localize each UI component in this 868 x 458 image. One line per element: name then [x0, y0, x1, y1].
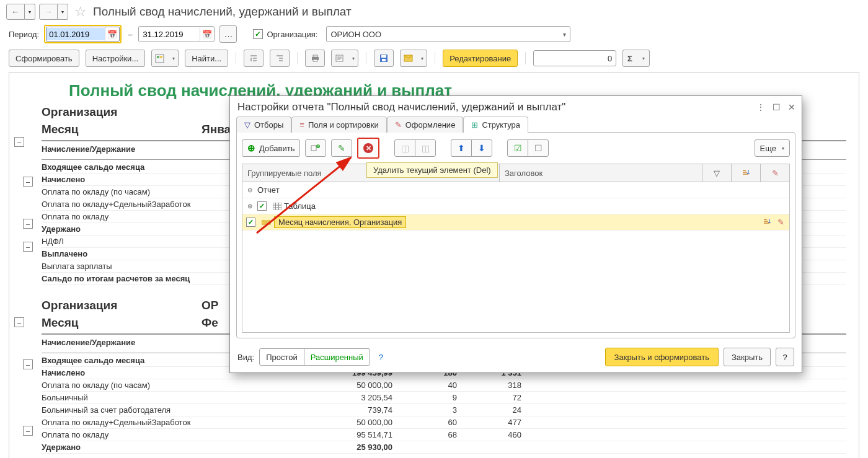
- collapse-all-button[interactable]: [270, 50, 290, 67]
- svg-rect-9: [382, 59, 386, 61]
- svg-rect-1: [157, 56, 159, 58]
- tree-toggle[interactable]: –: [23, 426, 33, 436]
- tree-toggle[interactable]: –: [23, 359, 33, 369]
- grid-row-report[interactable]: ⊖Отчет: [242, 182, 789, 198]
- add-button[interactable]: ⊕Добавить: [242, 139, 300, 157]
- report-row: Оплата по окладу95 514,7168460: [42, 429, 846, 441]
- settings-button[interactable]: Настройки...: [86, 50, 146, 67]
- nav-back[interactable]: ←: [6, 4, 25, 20]
- view-simple[interactable]: Простой: [260, 349, 304, 365]
- add-group-button[interactable]: +: [305, 139, 326, 157]
- org-label: Организация:: [267, 30, 317, 39]
- svg-rect-0: [156, 55, 164, 63]
- uncheck-all-button[interactable]: ☐: [528, 139, 549, 157]
- nav-forward-dropdown[interactable]: ▾: [58, 4, 68, 20]
- period-select-button[interactable]: …: [219, 25, 237, 43]
- svg-rect-5: [313, 59, 317, 61]
- form-button[interactable]: Сформировать: [9, 50, 79, 67]
- svg-rect-2: [160, 56, 162, 58]
- delete-tooltip: Удалить текущий элемент (Del): [366, 162, 498, 178]
- month-header2: Месяц: [42, 316, 202, 330]
- sort-icon[interactable]: [732, 164, 761, 182]
- close-button[interactable]: Закрыть: [724, 348, 771, 366]
- filter-icon[interactable]: ▽: [702, 164, 732, 182]
- group-button[interactable]: ◫: [394, 139, 415, 157]
- edit-button[interactable]: Редактирование: [443, 50, 518, 67]
- tab-structure[interactable]: ⊞Структура: [463, 117, 528, 133]
- more-button[interactable]: Еще▾: [755, 139, 790, 157]
- modal-title: Настройки отчета "Полный свод начислений…: [237, 101, 565, 113]
- calendar-icon[interactable]: 📅: [105, 27, 119, 41]
- ungroup-button[interactable]: ◫: [415, 139, 436, 157]
- row-group-icon: [262, 219, 272, 226]
- save-button[interactable]: [374, 50, 394, 67]
- org-select[interactable]: ОРИОН ООО ▾: [326, 26, 570, 42]
- design-icon[interactable]: ✎: [777, 218, 784, 227]
- help-link[interactable]: ?: [379, 353, 383, 362]
- nav-back-dropdown[interactable]: ▾: [25, 4, 35, 20]
- tree-toggle[interactable]: –: [14, 317, 24, 327]
- table-icon: [273, 203, 281, 210]
- favorite-star-icon[interactable]: ☆: [74, 4, 87, 20]
- svg-text:+: +: [317, 144, 319, 148]
- view-variant-button[interactable]: ▾: [151, 50, 179, 67]
- report-row: Больничный3 205,54972: [42, 392, 846, 404]
- org-value: ОРИОН ООО: [330, 30, 381, 39]
- period-from-input[interactable]: [46, 28, 105, 40]
- expand-all-button[interactable]: [244, 50, 264, 67]
- period-label: Период:: [9, 30, 39, 39]
- find-button[interactable]: Найти...: [185, 50, 228, 67]
- move-up-button[interactable]: ⬆: [451, 139, 472, 157]
- email-button[interactable]: ▾: [400, 50, 427, 67]
- edit-element-button[interactable]: ✎: [331, 139, 352, 157]
- svg-rect-8: [381, 55, 386, 58]
- sum-button[interactable]: Σ▾: [622, 50, 650, 67]
- report-settings-modal: Настройки отчета "Полный свод начислений…: [229, 95, 802, 373]
- period-to-input[interactable]: [139, 27, 200, 41]
- print-button[interactable]: [305, 50, 325, 67]
- print-dropdown[interactable]: ▾: [331, 50, 358, 67]
- close-icon[interactable]: ✕: [788, 102, 795, 112]
- page-title: Полный свод начислений, удержаний и выпл…: [93, 5, 352, 19]
- tree-toggle[interactable]: –: [23, 242, 33, 252]
- view-advanced[interactable]: Расширенный: [304, 349, 370, 365]
- grid-row-month-org[interactable]: ✓ Месяц начисления, Организация ✎: [242, 214, 789, 231]
- nav-forward[interactable]: →: [39, 4, 58, 20]
- org-header2: Организация: [42, 299, 202, 312]
- move-down-button[interactable]: ⬇: [471, 139, 492, 157]
- tree-toggle[interactable]: –: [23, 177, 33, 187]
- tree-toggle[interactable]: –: [23, 219, 33, 229]
- report-row: Больничный за счет работодателя739,74324: [42, 404, 846, 416]
- org-header: Организация: [42, 105, 202, 119]
- delete-element-button[interactable]: ✕: [357, 138, 379, 159]
- tree-toggle[interactable]: –: [14, 137, 24, 147]
- grid-row-table[interactable]: ⊕✓ Таблица: [242, 198, 789, 214]
- report-row: Оплата по окладу+СдельныйЗаработок50 000…: [42, 416, 846, 429]
- structure-grid: Удалить текущий элемент (Del) Группируем…: [242, 164, 790, 333]
- month-header: Месяц: [42, 123, 202, 136]
- design-icon[interactable]: ✎: [761, 164, 789, 182]
- sum-field: 0: [533, 50, 616, 66]
- svg-rect-15: [262, 221, 265, 224]
- calendar-icon[interactable]: 📅: [200, 27, 214, 41]
- maximize-icon[interactable]: ☐: [773, 102, 781, 112]
- dropdown-icon: ▾: [563, 31, 566, 38]
- check-all-button[interactable]: ☑: [507, 139, 528, 157]
- tab-fields[interactable]: ≡Поля и сортировки: [291, 117, 386, 133]
- report-row: Оплата по окладу (по часам)50 000,004031…: [42, 379, 846, 392]
- svg-rect-11: [311, 146, 316, 151]
- svg-rect-14: [273, 203, 281, 210]
- svg-rect-4: [313, 55, 317, 57]
- tab-filters[interactable]: ▽Отборы: [236, 117, 291, 133]
- report-row: Удержано25 930,00: [42, 441, 846, 454]
- help-button[interactable]: ?: [776, 348, 794, 366]
- view-label: Вид:: [237, 353, 254, 362]
- org-checkbox[interactable]: ✓: [253, 29, 263, 39]
- period-dash: –: [128, 30, 132, 39]
- col-title[interactable]: Заголовок: [500, 164, 702, 182]
- tab-design[interactable]: ✎Оформление: [387, 117, 464, 133]
- apply-button[interactable]: Закрыть и сформировать: [605, 348, 719, 366]
- kebab-icon[interactable]: ⋮: [756, 102, 765, 112]
- sort-icon[interactable]: [763, 218, 771, 227]
- svg-rect-16: [267, 221, 270, 224]
